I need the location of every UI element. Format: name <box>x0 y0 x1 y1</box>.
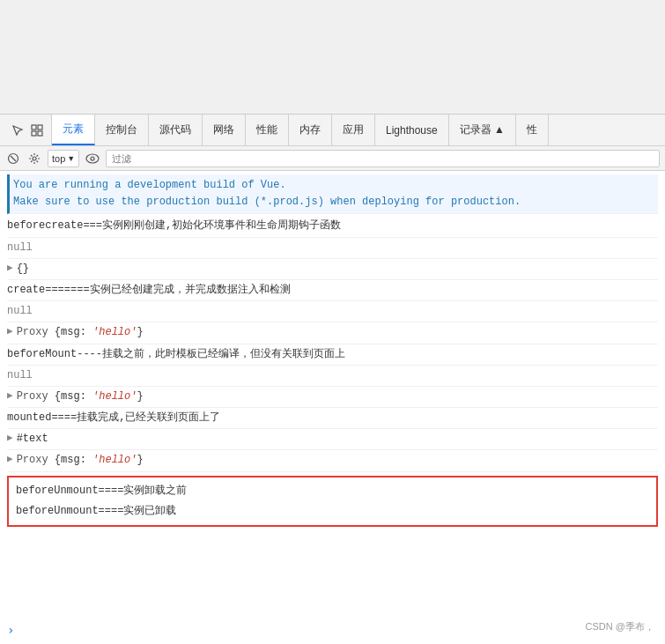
proxy-line-3[interactable]: Proxy {msg: 'hello'} <box>7 450 658 471</box>
log-line: create=======实例已经创建完成，并完成数据注入和检测 <box>7 280 658 301</box>
context-selector[interactable]: top ▼ <box>48 150 79 167</box>
tab-network[interactable]: 网络 <box>203 115 246 145</box>
console-toolbar: top ▼ <box>0 146 665 171</box>
tab-source[interactable]: 源代码 <box>149 115 203 145</box>
tab-icon-area <box>4 115 52 145</box>
highlighted-log-box: beforeUnmount====实例卸载之前 beforeUnmount===… <box>7 476 658 527</box>
svg-rect-0 <box>32 125 36 130</box>
obj-line[interactable]: {} <box>7 259 658 280</box>
devtools-tab-bar: 元素 控制台 源代码 网络 性能 内存 应用 Lighthouse 记录器 ▲ … <box>0 115 665 146</box>
tab-perf2[interactable]: 性 <box>516 115 549 145</box>
null-line: null <box>7 366 658 387</box>
log-line: beforeMount----挂载之前，此时模板已经编译，但没有关联到页面上 <box>7 344 658 366</box>
log-line-unmount1: beforeUnmount====实例卸载之前 <box>16 481 649 501</box>
proxy-text: Proxy {msg: 'hello'} <box>17 389 144 405</box>
svg-rect-1 <box>38 125 42 130</box>
expand-arrow-icon[interactable] <box>7 431 13 447</box>
cursor-icon[interactable] <box>11 123 25 137</box>
tab-performance[interactable]: 性能 <box>246 115 289 145</box>
eye-icon[interactable] <box>85 151 100 167</box>
proxy-text: Proxy {msg: 'hello'} <box>17 452 144 469</box>
tab-console[interactable]: 控制台 <box>95 115 149 145</box>
null-line: null <box>7 238 658 259</box>
log-line: mounted====挂载完成,已经关联到页面上了 <box>7 408 658 429</box>
proxy-line-2[interactable]: Proxy {msg: 'hello'} <box>7 387 658 408</box>
svg-point-8 <box>91 157 94 160</box>
clear-console-button[interactable] <box>5 151 21 167</box>
tab-recorder[interactable]: 记录器 ▲ <box>449 115 516 145</box>
svg-rect-3 <box>38 131 42 136</box>
watermark: CSDN @季布， <box>586 620 654 633</box>
tab-lighthouse[interactable]: Lighthouse <box>375 115 449 145</box>
svg-rect-2 <box>32 131 36 136</box>
log-line-unmount2: beforeUnmount====实例已卸载 <box>16 501 649 522</box>
svg-point-7 <box>86 154 99 163</box>
expand-arrow-icon[interactable] <box>7 324 13 340</box>
inspect-icon[interactable] <box>30 123 44 137</box>
svg-point-6 <box>33 157 36 160</box>
console-output: You are running a development build of V… <box>0 171 665 644</box>
console-settings-button[interactable] <box>26 151 42 167</box>
proxy-line[interactable]: Proxy {msg: 'hello'} <box>7 322 658 344</box>
proxy-text: Proxy {msg: 'hello'} <box>17 324 144 341</box>
tab-elements[interactable]: 元素 <box>52 115 95 145</box>
console-prompt-icon: › <box>7 623 14 637</box>
tab-memory[interactable]: 内存 <box>289 115 332 145</box>
expand-arrow-icon[interactable] <box>7 452 13 468</box>
null-line: null <box>7 301 658 322</box>
tab-application[interactable]: 应用 <box>332 115 375 145</box>
browser-chrome <box>0 0 665 115</box>
filter-input[interactable] <box>106 150 660 167</box>
vue-warning-line: You are running a development build of V… <box>7 174 658 214</box>
text-node-line[interactable]: #text <box>7 429 658 450</box>
svg-line-5 <box>11 156 16 161</box>
dropdown-arrow-icon: ▼ <box>67 154 75 163</box>
log-line: beforecreate===实例刚刚创建,初始化环境事件和生命周期钩子函数 <box>7 216 658 237</box>
expand-arrow-icon[interactable] <box>7 389 13 404</box>
expand-arrow-icon[interactable] <box>7 261 13 277</box>
